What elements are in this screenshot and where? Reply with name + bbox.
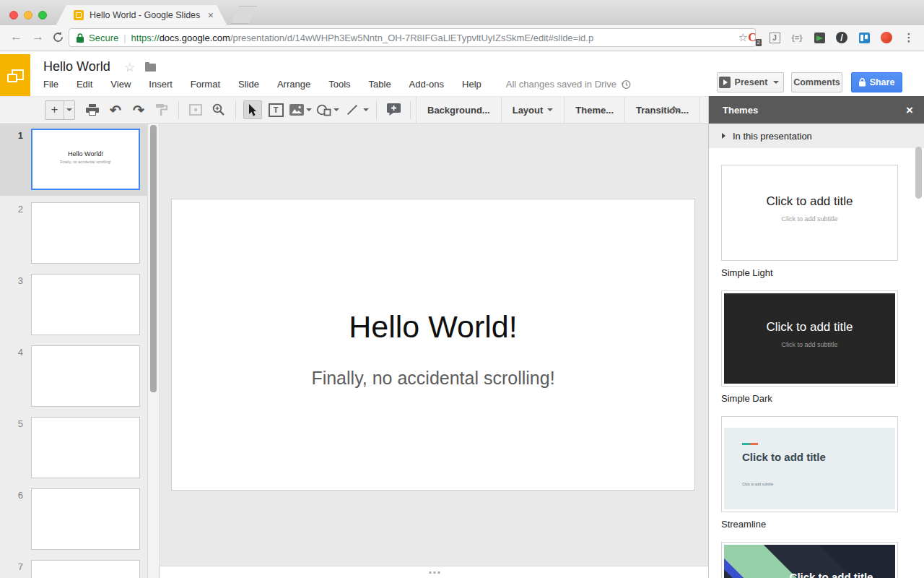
theme-card-simple-light[interactable]: Click to add title Click to add subtitle [721, 165, 898, 261]
insert-image-button[interactable] [289, 104, 312, 116]
slide-thumbnail-row-6[interactable]: 6 [0, 484, 147, 556]
extension-icon-7[interactable] [880, 31, 893, 44]
extension-icon-5[interactable] [835, 31, 848, 44]
new-tab-button[interactable] [231, 6, 257, 24]
menu-edit[interactable]: Edit [77, 79, 92, 90]
slide-thumbnail[interactable]: Hello World! Finally, no accidental scro… [31, 129, 140, 190]
redo-icon[interactable]: ↷ [129, 100, 148, 119]
present-button[interactable]: Present [717, 72, 770, 92]
window-titlebar: Hello World - Google Slides × [0, 0, 924, 25]
insert-shape-button[interactable] [316, 104, 339, 116]
toolbar-separator [376, 101, 377, 119]
text-box-icon[interactable]: T [266, 100, 285, 119]
slide-number: 7 [10, 561, 23, 572]
slide-thumbnail-row-1[interactable]: 1 Hello World! Finally, no accidental sc… [0, 124, 147, 196]
close-panel-icon[interactable]: × [906, 104, 913, 116]
theme-card-simple-dark[interactable]: Click to add title Click to add subtitle [721, 290, 898, 387]
menu-tools[interactable]: Tools [328, 79, 350, 90]
theme-card-focus[interactable]: Click to add title [721, 542, 898, 578]
background-button[interactable]: Background... [416, 97, 501, 123]
transition-button[interactable]: Transition... [624, 97, 700, 123]
zoom-icon[interactable] [209, 100, 228, 119]
insert-comment-icon[interactable] [384, 100, 403, 119]
thumbnail-title: Hello World! [32, 150, 139, 158]
slide-subtitle-text[interactable]: Finally, no accidental scrolling! [172, 368, 694, 389]
extension-icon-2[interactable]: J [768, 31, 781, 44]
extension-icon-3[interactable]: {=} [790, 31, 803, 44]
slide-title-text[interactable]: Hello World! [172, 309, 694, 345]
menu-addons[interactable]: Add-ons [409, 79, 444, 90]
slide-thumbnail-row-7[interactable]: 7 [0, 556, 147, 578]
select-tool-icon[interactable] [243, 100, 262, 119]
slide-canvas-area: Hello World! Finally, no accidental scro… [160, 124, 708, 578]
slide-thumbnail[interactable] [31, 274, 140, 335]
slide-thumbnail-row-4[interactable]: 4 [0, 341, 147, 413]
document-title[interactable]: Hello World [43, 59, 110, 74]
slide-thumbnail[interactable] [31, 560, 140, 578]
play-icon [719, 77, 731, 88]
slides-logo[interactable] [0, 54, 30, 96]
line-icon [346, 100, 359, 119]
toolbar-separator [235, 101, 236, 119]
browser-tab[interactable]: Hello World - Google Slides × [56, 5, 227, 25]
present-dropdown-button[interactable] [769, 72, 784, 92]
new-slide-button[interactable]: + [45, 101, 64, 119]
star-document-icon[interactable]: ☆ [124, 60, 135, 75]
menu-file[interactable]: File [43, 79, 58, 90]
panel-scrollbar-thumb[interactable] [915, 147, 922, 199]
url-scheme: https:// [131, 33, 160, 43]
print-icon[interactable] [83, 100, 102, 119]
theme-card-streamline[interactable]: Click to add title Click to add subtitle [721, 416, 898, 512]
slide-number: 5 [10, 418, 23, 429]
browser-menu-icon[interactable]: ⋮ [902, 31, 915, 44]
extension-icon-6[interactable] [858, 31, 871, 44]
window-zoom-button[interactable] [38, 11, 47, 20]
window-close-button[interactable] [9, 11, 18, 20]
menu-arrange[interactable]: Arrange [277, 79, 310, 90]
extension-icon-1[interactable]: C 2 [746, 31, 759, 44]
slides-favicon-icon [74, 10, 84, 20]
slide-thumbnail[interactable] [31, 345, 140, 407]
address-bar[interactable]: Secure | https://docs.google.com/present… [69, 28, 756, 47]
menu-slide[interactable]: Slide [238, 79, 259, 90]
window-minimize-button[interactable] [24, 11, 32, 20]
new-slide-dropdown[interactable] [64, 101, 74, 119]
back-icon[interactable]: ← [10, 30, 22, 44]
speaker-notes-bar[interactable] [160, 566, 708, 578]
slide-thumbnail[interactable] [31, 488, 140, 550]
move-to-folder-icon[interactable] [145, 64, 156, 72]
in-this-presentation-row[interactable]: In this presentation [709, 124, 924, 148]
streamline-accent-dash [742, 443, 758, 445]
undo-icon[interactable]: ↶ [106, 100, 125, 119]
filmstrip-scrollbar-thumb[interactable] [150, 125, 157, 392]
slide-thumbnail[interactable] [31, 202, 140, 264]
secure-label: Secure [89, 33, 118, 43]
theme-button[interactable]: Theme... [564, 97, 624, 123]
zoom-fit-icon[interactable] [186, 100, 205, 119]
themes-panel-header: Themes × [709, 96, 924, 124]
tab-title: Hello World - Google Slides [90, 10, 202, 20]
menu-insert[interactable]: Insert [149, 79, 173, 90]
tab-close-icon[interactable]: × [208, 10, 214, 20]
drag-handle-icon[interactable] [429, 571, 440, 574]
slide-thumbnail[interactable] [31, 417, 140, 478]
layout-button[interactable]: Layout [501, 97, 565, 123]
slide-thumbnail-row-3[interactable]: 3 [0, 269, 147, 341]
share-button[interactable]: Share [851, 72, 902, 92]
slide-thumbnail-row-5[interactable]: 5 [0, 413, 147, 484]
paint-format-icon[interactable] [152, 100, 171, 119]
slide-thumbnail-row-2[interactable]: 2 [0, 198, 147, 269]
menu-table[interactable]: Table [369, 79, 391, 90]
menu-format[interactable]: Format [191, 79, 220, 90]
reload-icon[interactable] [52, 31, 64, 43]
current-slide[interactable]: Hello World! Finally, no accidental scro… [171, 199, 695, 491]
chevron-down-icon [547, 108, 553, 111]
insert-line-button[interactable] [344, 100, 369, 119]
chevron-down-icon [334, 108, 339, 111]
menu-help[interactable]: Help [462, 79, 481, 90]
comments-button[interactable]: Comments [791, 72, 842, 92]
menu-view[interactable]: View [110, 79, 131, 90]
version-history-icon[interactable] [621, 79, 631, 90]
forward-icon[interactable]: → [32, 30, 44, 44]
extension-icon-4[interactable] [813, 31, 826, 44]
